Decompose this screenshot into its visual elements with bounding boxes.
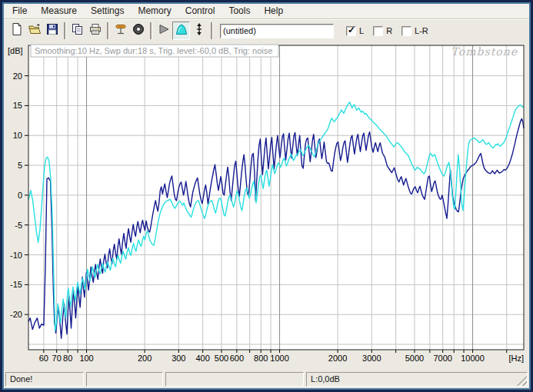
toolbar-button-print[interactable] bbox=[86, 22, 104, 40]
x-tick-label: 400 bbox=[195, 354, 209, 363]
x-tick-label: 1000 bbox=[270, 354, 288, 363]
toolbar-separator bbox=[107, 22, 108, 39]
status-panel-1 bbox=[86, 372, 163, 387]
checkbox-label-r: R bbox=[386, 26, 392, 35]
y-tick-label: -20 bbox=[10, 310, 22, 319]
speaker-icon bbox=[132, 22, 145, 39]
open-icon bbox=[28, 22, 42, 39]
y-tick-label: 0 bbox=[18, 191, 22, 200]
window-frame: FileMeasureSettingsMemoryControlToolsHel… bbox=[2, 2, 531, 390]
menu-item-measure[interactable]: Measure bbox=[34, 4, 84, 18]
x-tick-label: 10000 bbox=[461, 354, 485, 363]
toolbar-button-open[interactable] bbox=[25, 22, 43, 40]
status-panel-0: Done! bbox=[5, 372, 84, 387]
frequency-response-chart: 20151050-5-10-15-20607080100200300400500… bbox=[4, 42, 528, 370]
plot-area[interactable] bbox=[28, 45, 524, 350]
x-tick-label: 60 bbox=[39, 354, 48, 363]
save-icon bbox=[45, 22, 59, 39]
checkbox-l-r[interactable] bbox=[401, 26, 411, 36]
y-tick-label: -15 bbox=[10, 280, 22, 289]
x-tick-label: 200 bbox=[138, 354, 152, 363]
x-tick-label: 500 bbox=[215, 354, 228, 363]
checkbox-label-l: L bbox=[359, 26, 364, 35]
app-window: FileMeasureSettingsMemoryControlToolsHel… bbox=[0, 0, 533, 392]
y-tick-label: 20 bbox=[13, 71, 22, 81]
y-tick-label: -10 bbox=[10, 251, 22, 260]
menu-item-control[interactable]: Control bbox=[178, 4, 222, 18]
play-icon bbox=[157, 22, 171, 39]
menu-item-settings[interactable]: Settings bbox=[84, 4, 131, 18]
resize-grip[interactable] bbox=[517, 376, 527, 386]
vertical-fit-icon bbox=[192, 22, 206, 39]
channel-option-l: ✓L bbox=[346, 26, 364, 36]
channel-option-l-r: L-R bbox=[401, 26, 428, 36]
x-tick-label: 2000 bbox=[328, 354, 347, 363]
x-tick-label: 300 bbox=[172, 354, 185, 363]
menu-item-tools[interactable]: Tools bbox=[222, 4, 257, 18]
measure-curve-icon bbox=[175, 22, 188, 39]
checkbox-label-l-r: L-R bbox=[415, 26, 428, 35]
y-tick-label: 10 bbox=[13, 131, 22, 140]
menu-item-help[interactable]: Help bbox=[257, 4, 290, 18]
toolbar-separator bbox=[150, 22, 152, 39]
toolbar-button-new[interactable] bbox=[8, 22, 25, 40]
x-tick-label: 7000 bbox=[433, 354, 451, 363]
menu-bar: FileMeasureSettingsMemoryControlToolsHel… bbox=[4, 4, 529, 19]
y-tick-label: 5 bbox=[18, 161, 22, 170]
toolbar: ✓LRL-R bbox=[4, 19, 529, 42]
x-tick-label: 3000 bbox=[362, 354, 381, 363]
status-panel-2 bbox=[165, 372, 304, 387]
channel-option-r: R bbox=[373, 26, 392, 36]
signal-generator-icon bbox=[114, 22, 128, 39]
y-tick-label: -5 bbox=[15, 221, 22, 230]
toolbar-button-save[interactable] bbox=[43, 22, 61, 40]
toolbar-button-copy[interactable] bbox=[68, 22, 86, 40]
x-tick-label: 100 bbox=[79, 354, 93, 363]
x-tick-label: 800 bbox=[254, 354, 268, 363]
toolbar-button-signal-generator[interactable] bbox=[112, 22, 129, 40]
toolbar-separator bbox=[64, 22, 65, 39]
toolbar-button-vertical-fit[interactable] bbox=[190, 22, 208, 40]
status-bar: Done!L:0,0dB bbox=[4, 370, 529, 388]
toolbar-button-play[interactable] bbox=[155, 22, 172, 40]
x-tick-label: 80 bbox=[63, 354, 72, 363]
measurement-name-input[interactable] bbox=[220, 24, 334, 38]
toolbar-button-measure-curve[interactable] bbox=[172, 22, 190, 40]
new-icon bbox=[10, 22, 24, 39]
channel-checkbox-group: ✓LRL-R bbox=[346, 26, 438, 36]
check-icon: ✓ bbox=[348, 25, 355, 35]
x-tick-label: 600 bbox=[230, 354, 244, 363]
print-icon bbox=[88, 22, 102, 39]
checkbox-r[interactable] bbox=[373, 26, 383, 36]
copy-icon bbox=[71, 22, 85, 39]
menu-item-file[interactable]: File bbox=[5, 4, 34, 18]
watermark-logo: Tombstone bbox=[451, 45, 518, 58]
toolbar-button-speaker[interactable] bbox=[129, 22, 147, 40]
x-tick-label: 70 bbox=[52, 354, 62, 363]
y-axis-unit-label: [dB] bbox=[8, 46, 23, 55]
toolbar-separator bbox=[211, 22, 212, 39]
checkbox-l[interactable]: ✓ bbox=[346, 26, 356, 36]
measurement-info-text: Smoothing:10 Hz, Swp dur:18 s, Trig. lev… bbox=[35, 46, 272, 55]
chart-region: 20151050-5-10-15-20607080100200300400500… bbox=[4, 42, 529, 370]
x-tick-label: 5000 bbox=[405, 354, 424, 363]
y-tick-label: 15 bbox=[13, 101, 22, 110]
x-axis-unit-label: [Hz] bbox=[508, 354, 524, 363]
menu-item-memory[interactable]: Memory bbox=[131, 4, 178, 18]
status-panel-3: L:0,0dB bbox=[306, 372, 528, 387]
